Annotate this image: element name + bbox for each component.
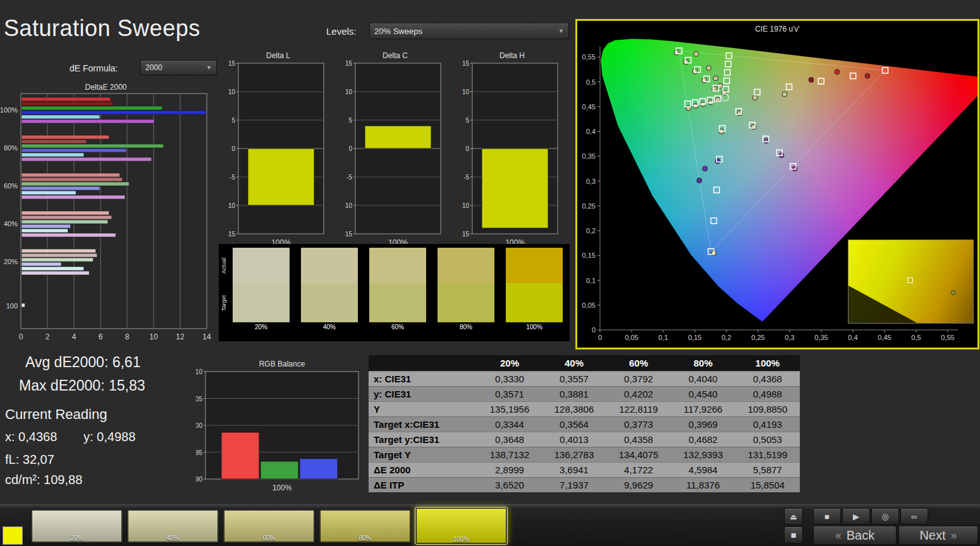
swatch-label: 60% (369, 324, 426, 332)
chevron-down-icon: ▼ (206, 64, 212, 71)
svg-text:0,15: 0,15 (582, 252, 596, 259)
max-de2000-stat: Max dE2000: 15,83 (19, 377, 145, 394)
delta-l-chart: Delta L 151050-5-10-15100% (228, 51, 329, 248)
svg-text:0,45: 0,45 (582, 103, 596, 111)
measurement-point (694, 52, 699, 57)
patch-button-80%[interactable]: 80% (319, 509, 412, 543)
de-bar (21, 191, 76, 195)
display-button[interactable]: ◼ (784, 526, 803, 543)
patch-button-100%[interactable]: 100% (415, 507, 508, 545)
cie-zoom-inset (848, 240, 974, 324)
svg-text:10: 10 (228, 88, 236, 95)
actual-swatch (233, 248, 290, 283)
actual-swatch (301, 248, 358, 283)
de-bar (21, 233, 116, 237)
svg-text:40%: 40% (4, 220, 18, 228)
svg-text:-10: -10 (345, 202, 352, 209)
swatch-column-20%: 20% (233, 248, 290, 332)
target-row-label: Target (221, 283, 227, 322)
de-bar (21, 195, 125, 199)
svg-text:100: 100 (196, 422, 202, 429)
table-row: Target x:CIE310,33440,35640,37730,39690,… (369, 416, 800, 432)
patch-label: 80% (319, 535, 411, 542)
svg-text:0,05: 0,05 (582, 301, 596, 309)
svg-text:0,1: 0,1 (658, 334, 668, 341)
svg-text:100: 100 (6, 302, 18, 310)
record-button[interactable]: ◎ (871, 508, 899, 525)
patch-label: 20% (31, 535, 123, 542)
de-bar (21, 229, 68, 233)
current-reading-fl: fL: 32,07 (5, 452, 54, 467)
patch-label: 60% (223, 535, 315, 542)
back-button[interactable]: « Back (813, 526, 897, 545)
measurement-point (702, 166, 707, 171)
de-bar (21, 135, 109, 139)
svg-text:0,35: 0,35 (814, 334, 828, 341)
svg-text:10: 10 (345, 88, 353, 95)
rgb-bar-blue (300, 459, 338, 479)
levels-value: 20% Sweeps (374, 27, 422, 36)
measurement-point (708, 100, 713, 105)
de-formula-dropdown[interactable]: 2000 ▼ (140, 60, 217, 75)
measurement-table: 20%40%60%80%100%x: CIE310,33300,35570,37… (369, 355, 800, 492)
svg-text:6: 6 (99, 332, 103, 341)
eject-button[interactable]: ⏏ (784, 508, 803, 525)
de-bar (21, 211, 109, 215)
measurement-point (764, 138, 769, 143)
svg-text:100%: 100% (0, 106, 18, 114)
svg-text:0: 0 (598, 334, 602, 341)
cie-diagram-panel: CIE 1976 u'v' 000,050,050,10,10,150,150,… (575, 19, 979, 349)
svg-text:105: 105 (196, 396, 202, 403)
svg-text:0: 0 (592, 326, 596, 334)
measurement-point (782, 92, 787, 97)
patch-button-40%[interactable]: 40% (126, 509, 219, 543)
de-bar (21, 182, 129, 186)
stop-button[interactable]: ■ (813, 508, 841, 525)
svg-text:-15: -15 (228, 231, 235, 238)
play-button[interactable]: ▶ (842, 508, 870, 525)
delta-bar (365, 126, 431, 149)
table-header-row: 20%40%60%80%100% (369, 355, 800, 371)
next-label: Next (919, 528, 945, 543)
levels-label: Levels: (326, 26, 357, 37)
de-bar (21, 102, 113, 106)
measurement-point (809, 77, 814, 82)
de-formula-value: 2000 (145, 63, 162, 72)
current-color-swatch (3, 526, 23, 545)
svg-text:15: 15 (228, 61, 236, 67)
measurement-point (697, 178, 702, 183)
table-row: x: CIE310,33300,35570,37920,40400,4368 (369, 371, 800, 386)
svg-text:15: 15 (462, 61, 470, 67)
bottom-bar: 20%40%60%80%100% ⏏ ◼ ■▶◎∞ « Back Next » (0, 504, 980, 546)
svg-text:-5: -5 (463, 174, 469, 181)
svg-text:0,45: 0,45 (878, 334, 891, 341)
back-label: Back (847, 528, 874, 543)
de-bar (21, 303, 25, 307)
delta-l-plot: 151050-5-10-15100% (228, 61, 329, 248)
rgb-balance-chart: RGB Balance 1101051009590100% (196, 359, 368, 499)
svg-text:90: 90 (196, 476, 202, 483)
svg-text:5: 5 (348, 117, 352, 124)
delta-h-plot: 151050-5-10-15100% (462, 61, 563, 248)
target-swatch (369, 283, 426, 322)
svg-text:0,4: 0,4 (848, 334, 857, 341)
swatch-label: 80% (438, 324, 494, 332)
next-chevron-icon: » (951, 529, 957, 542)
rgb-balance-plot: 1101051009590100% (196, 369, 368, 499)
svg-text:0,15: 0,15 (688, 334, 701, 341)
svg-text:100%: 100% (273, 483, 292, 492)
de-formula-label: dE Formula: (70, 63, 118, 73)
levels-dropdown[interactable]: 20% Sweeps ▼ (369, 23, 569, 39)
patch-button-60%[interactable]: 60% (223, 509, 315, 543)
svg-text:0: 0 (19, 332, 23, 341)
measurement-point (865, 73, 870, 78)
de-bar (21, 149, 126, 152)
next-button[interactable]: Next » (898, 526, 978, 545)
svg-text:0,4: 0,4 (586, 128, 596, 135)
loop-button[interactable]: ∞ (900, 508, 928, 525)
svg-text:-5: -5 (230, 174, 235, 181)
display-icon: ◼ (790, 531, 796, 539)
delta-l-chart-title: Delta L (228, 51, 329, 61)
patch-button-20%[interactable]: 20% (30, 509, 123, 543)
eject-icon: ⏏ (790, 513, 797, 521)
